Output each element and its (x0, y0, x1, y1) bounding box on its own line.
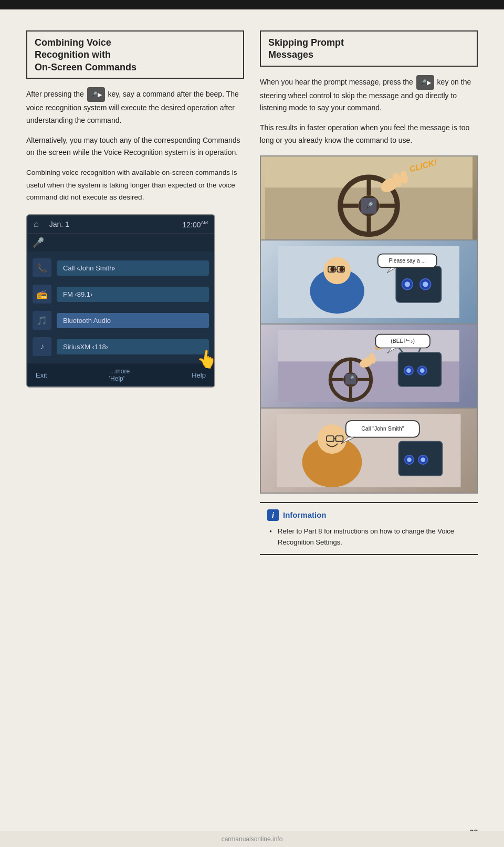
exit-button[interactable]: Exit (36, 371, 47, 379)
info-title: Information (283, 510, 327, 519)
mic-row: 🎤 (27, 234, 214, 252)
svg-text:Call "John Smith": Call "John Smith" (361, 425, 404, 432)
left-para3: Combining voice recognition with availab… (26, 166, 244, 204)
sirius-label: SiriusXM ‹118› (57, 339, 209, 354)
screen-body: 📞 Call ‹John Smith› 📻 FM ‹89.1› (27, 252, 214, 363)
comic-panel-1-svg: 🎤 CLICK! (261, 156, 477, 239)
left-section-title-box: Combining Voice Recognition with On-Scre… (26, 30, 244, 78)
info-icon: i (267, 509, 279, 521)
comic-panel-2-svg: Please say a ... (266, 246, 471, 318)
right-para1: When you hear the prompt message, press … (260, 75, 478, 114)
right-section-title: Skipping Prompt Messages (268, 37, 469, 61)
hand-cursor: 👆 (195, 348, 219, 371)
comic-panel-1: 🎤 CLICK! (261, 156, 477, 240)
title-line1: Combining Voice (35, 37, 111, 48)
svg-point-68 (421, 457, 425, 462)
svg-point-57 (318, 424, 347, 454)
svg-text:Please say a ...: Please say a ... (388, 258, 426, 264)
fm-label: FM ‹89.1› (57, 287, 209, 302)
content-wrapper: Combining Voice Recognition with On-Scre… (0, 9, 504, 587)
radio-icon: 📻 (37, 289, 47, 299)
bottom-bar: carmanualsonline.info (0, 831, 504, 847)
help-button[interactable]: Help (192, 371, 206, 379)
title-line2: Recognition with (35, 49, 111, 60)
right-title-line1: Skipping Prompt (268, 37, 344, 48)
screen-footer: Exit …more'Help' Help (27, 363, 214, 386)
svg-point-18 (339, 267, 344, 271)
home-icon: ⌂ (34, 219, 39, 229)
svg-point-17 (330, 267, 335, 271)
right-section-divider (260, 66, 478, 67)
screen-mockup-area: ⌂ Jan. 1 12:00AM 🎤 (26, 214, 244, 388)
comic-strip: 🎤 CLICK! (260, 155, 478, 494)
info-box: i Information Refer to Part 8 for instru… (260, 502, 478, 556)
title-line3: On-Screen Commands (35, 62, 136, 72)
voice-button-icon-2: 🎤▶ (416, 75, 434, 90)
comic-panel-3: 🎤 CLICK! (261, 325, 477, 409)
left-section-divider (26, 78, 244, 79)
info-header: i Information (267, 509, 470, 521)
svg-point-45 (406, 368, 411, 373)
screen-date: Jan. 1 (49, 220, 69, 228)
right-section-title-box: Skipping Prompt Messages (260, 30, 478, 66)
note-icon-container: ♪ (33, 337, 51, 356)
left-column: Combining Voice Recognition with On-Scre… (26, 30, 244, 555)
comic-panel-4: Call "John Smith" (261, 409, 477, 493)
svg-point-66 (407, 457, 412, 462)
right-column: Skipping Prompt Messages When you hear t… (260, 30, 478, 555)
right-para2: This results in faster operation when yo… (260, 122, 478, 147)
screen-row-fm[interactable]: 📻 FM ‹89.1› (27, 281, 214, 307)
call-label: Call ‹John Smith› (57, 260, 209, 276)
left-section-title: Combining Voice Recognition with On-Scre… (35, 37, 236, 74)
screen-time: 12:00AM (182, 220, 208, 229)
screen-header: ⌂ Jan. 1 12:00AM (27, 215, 214, 234)
left-para2: Alternatively, you may touch any of the … (26, 134, 244, 160)
svg-text:🎤: 🎤 (364, 202, 374, 211)
voice-button-icon-1: 🎤▶ (87, 87, 105, 102)
radio-icon-container: 📻 (33, 285, 51, 304)
top-bar (0, 0, 504, 9)
music-icon: 🎵 (37, 316, 47, 326)
left-para1: After pressing the 🎤▶ key, say a command… (26, 87, 244, 127)
bluetooth-label: Bluetooth Audio (57, 313, 209, 328)
phone-icon: 📞 (37, 263, 47, 273)
watermark-text: carmanualsonline.info (222, 835, 283, 843)
right-title-line2: Messages (268, 49, 313, 60)
svg-point-47 (420, 368, 425, 373)
more-dots: …more'Help' (109, 368, 130, 382)
screen-row-call[interactable]: 📞 Call ‹John Smith› (27, 255, 214, 281)
music-icon-container: 🎵 (33, 311, 51, 330)
comic-panel-4-svg: Call "John Smith" (266, 414, 471, 487)
svg-point-26 (423, 281, 428, 287)
page-container: Combining Voice Recognition with On-Scre… (0, 0, 504, 847)
screen-row-sirius[interactable]: ♪ SiriusXM ‹118› (27, 333, 214, 360)
screen-mockup: ⌂ Jan. 1 12:00AM 🎤 (26, 214, 215, 388)
info-bullet: Refer to Part 8 for instructions on how … (267, 526, 470, 548)
svg-point-24 (405, 281, 410, 287)
mic-icon: 🎤 (33, 237, 44, 248)
note-icon: ♪ (40, 342, 44, 351)
svg-text:(BEEP~♪): (BEEP~♪) (391, 338, 415, 344)
svg-text:🎤: 🎤 (348, 375, 354, 382)
comic-panel-3-svg: 🎤 CLICK! (266, 330, 471, 402)
screen-row-bluetooth[interactable]: 🎵 Bluetooth Audio (27, 307, 214, 333)
phone-icon-container: 📞 (33, 258, 51, 277)
comic-panel-2: Please say a ... (261, 240, 477, 325)
